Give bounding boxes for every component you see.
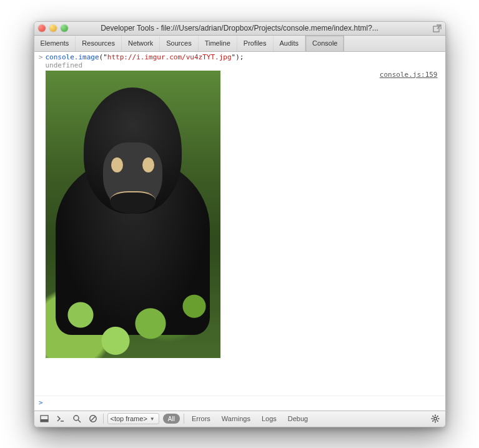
tab-audits[interactable]: Audits bbox=[274, 36, 306, 51]
chevron-down-icon: ▼ bbox=[150, 416, 155, 422]
console-return-value: undefined bbox=[34, 61, 445, 69]
tab-resources[interactable]: Resources bbox=[76, 36, 122, 51]
status-bar: <top frame> ▼ All Errors Warnings Logs D… bbox=[34, 411, 445, 427]
tab-sources[interactable]: Sources bbox=[160, 36, 198, 51]
traffic-lights bbox=[38, 24, 68, 32]
filter-logs[interactable]: Logs bbox=[258, 415, 280, 422]
code-fn: console.image bbox=[46, 53, 99, 61]
search-button[interactable] bbox=[71, 413, 83, 424]
console-toggle-button[interactable] bbox=[54, 413, 67, 424]
frame-label: <top frame> bbox=[111, 415, 147, 422]
console-input-echo: > console.image("http://i.imgur.com/vu4z… bbox=[34, 52, 445, 61]
close-window-button[interactable] bbox=[38, 24, 46, 32]
image-shape bbox=[46, 272, 220, 358]
tab-elements[interactable]: Elements bbox=[34, 36, 76, 51]
separator bbox=[103, 414, 104, 424]
drawer-icon bbox=[40, 415, 49, 422]
gear-icon bbox=[431, 414, 440, 423]
filter-debug[interactable]: Debug bbox=[284, 415, 312, 422]
tab-profiles[interactable]: Profiles bbox=[237, 36, 274, 51]
svg-line-5 bbox=[78, 420, 81, 422]
console-image-output bbox=[46, 71, 220, 358]
console-prompt-icon bbox=[56, 415, 65, 422]
svg-rect-0 bbox=[433, 26, 439, 32]
svg-rect-2 bbox=[41, 419, 48, 422]
console-prompt-row: > bbox=[34, 396, 445, 411]
code-string: http://i.imgur.com/vu4zTYT.jpg bbox=[107, 53, 232, 61]
source-link[interactable]: console.js:159 bbox=[380, 71, 443, 79]
console-code: console.image("http://i.imgur.com/vu4zTY… bbox=[46, 53, 443, 61]
popout-icon[interactable] bbox=[433, 24, 442, 33]
svg-point-8 bbox=[433, 417, 436, 420]
tab-console[interactable]: Console bbox=[305, 36, 344, 51]
frame-selector[interactable]: <top frame> ▼ bbox=[107, 413, 159, 424]
tab-network[interactable]: Network bbox=[122, 36, 160, 51]
svg-line-13 bbox=[432, 416, 433, 417]
clear-icon bbox=[89, 414, 97, 423]
tab-timeline[interactable]: Timeline bbox=[199, 36, 237, 51]
code-open: (" bbox=[99, 53, 107, 61]
svg-line-16 bbox=[432, 421, 433, 422]
console-panel: > console.image("http://i.imgur.com/vu4z… bbox=[34, 52, 445, 411]
svg-line-15 bbox=[437, 416, 438, 417]
window-title: Developer Tools - file:///Users/adrian/D… bbox=[34, 24, 445, 32]
titlebar: Developer Tools - file:///Users/adrian/D… bbox=[34, 22, 445, 36]
prompt-marker: > bbox=[37, 399, 46, 407]
filter-warnings[interactable]: Warnings bbox=[218, 415, 254, 422]
svg-line-7 bbox=[91, 417, 95, 421]
search-icon bbox=[72, 414, 81, 423]
zoom-window-button[interactable] bbox=[61, 24, 68, 32]
filter-all-pill[interactable]: All bbox=[163, 414, 180, 424]
devtools-window: Developer Tools - file:///Users/adrian/D… bbox=[34, 21, 446, 427]
clear-console-button[interactable] bbox=[87, 413, 99, 424]
svg-line-14 bbox=[437, 421, 438, 422]
code-close: "); bbox=[232, 53, 244, 61]
console-input[interactable] bbox=[46, 399, 443, 407]
drawer-toggle-button[interactable] bbox=[38, 413, 51, 424]
prompt-marker: > bbox=[37, 53, 46, 61]
console-output-row: console.js:159 bbox=[34, 69, 445, 359]
settings-button[interactable] bbox=[429, 413, 442, 424]
minimize-window-button[interactable] bbox=[49, 24, 57, 32]
separator bbox=[184, 414, 184, 424]
filter-errors[interactable]: Errors bbox=[188, 415, 214, 422]
svg-point-4 bbox=[74, 416, 79, 421]
tab-bar: Elements Resources Network Sources Timel… bbox=[34, 36, 445, 52]
